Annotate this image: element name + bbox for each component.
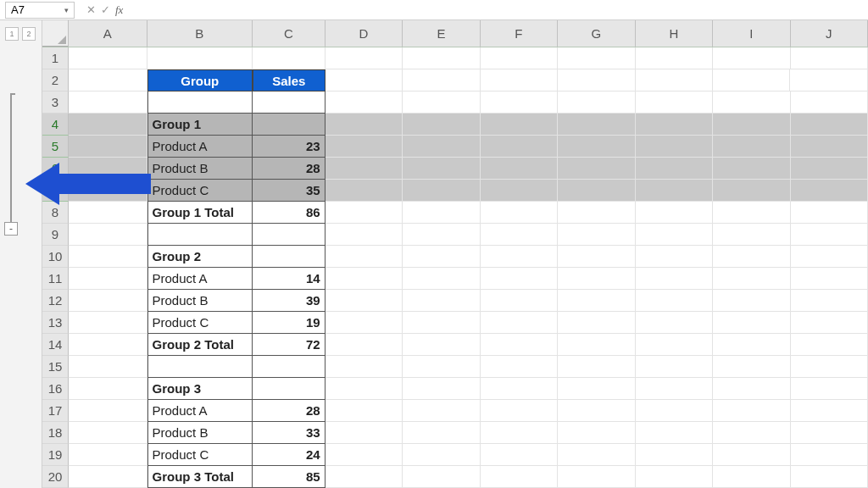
cell[interactable] — [481, 92, 558, 114]
cell[interactable] — [713, 92, 790, 114]
cell[interactable] — [481, 312, 558, 334]
cell[interactable] — [558, 92, 635, 114]
cell[interactable] — [636, 224, 713, 246]
cell[interactable] — [713, 422, 790, 444]
cell[interactable] — [69, 268, 147, 290]
cell[interactable] — [69, 466, 147, 488]
cell[interactable] — [326, 466, 403, 488]
cell[interactable] — [558, 378, 635, 400]
cell[interactable]: Group — [147, 69, 253, 92]
cell[interactable] — [713, 312, 790, 334]
cell[interactable] — [403, 92, 480, 114]
cell[interactable] — [69, 444, 147, 466]
cell[interactable]: 28 — [253, 400, 326, 422]
cell[interactable] — [403, 136, 480, 158]
cell[interactable] — [253, 246, 326, 268]
row-header[interactable]: 5 — [42, 136, 69, 158]
cell[interactable] — [481, 180, 558, 202]
column-header[interactable]: J — [791, 20, 868, 47]
cell[interactable] — [558, 202, 635, 224]
row-header[interactable]: 4 — [42, 114, 69, 136]
cell[interactable] — [481, 400, 558, 422]
cell[interactable] — [636, 47, 713, 69]
cell[interactable] — [253, 378, 326, 400]
cell[interactable] — [791, 334, 868, 356]
cell[interactable] — [636, 422, 713, 444]
cell[interactable] — [253, 47, 326, 69]
cell[interactable] — [713, 246, 790, 268]
cell[interactable] — [636, 312, 713, 334]
row-header[interactable]: 18 — [42, 422, 69, 444]
column-header[interactable]: H — [636, 20, 713, 47]
cell[interactable] — [69, 47, 147, 69]
fx-icon[interactable]: fx — [115, 3, 123, 17]
cell[interactable]: Group 1 — [147, 114, 253, 136]
cell[interactable] — [636, 202, 713, 224]
cell[interactable] — [713, 180, 790, 202]
cell[interactable] — [636, 466, 713, 488]
cell[interactable] — [253, 356, 326, 378]
cell[interactable] — [713, 69, 790, 92]
cell[interactable]: 14 — [253, 268, 326, 290]
cell[interactable] — [326, 312, 403, 334]
cell[interactable] — [481, 224, 558, 246]
cell[interactable] — [791, 378, 868, 400]
cell[interactable]: Group 2 Total — [147, 334, 253, 356]
cell[interactable] — [403, 158, 480, 180]
cell[interactable] — [481, 202, 558, 224]
cell[interactable] — [636, 92, 713, 114]
cell[interactable] — [403, 422, 480, 444]
cell[interactable] — [253, 92, 326, 114]
column-header[interactable]: E — [403, 20, 480, 47]
cell[interactable] — [326, 224, 403, 246]
cell[interactable] — [558, 290, 635, 312]
row-header[interactable]: 20 — [42, 466, 69, 488]
cell[interactable] — [69, 378, 147, 400]
cell[interactable] — [713, 400, 790, 422]
cell[interactable]: Product A — [147, 268, 253, 290]
cell[interactable] — [326, 69, 403, 92]
cell[interactable]: Group 3 Total — [147, 466, 253, 488]
cell[interactable]: Product B — [147, 290, 253, 312]
row-header[interactable]: 17 — [42, 400, 69, 422]
cell[interactable] — [326, 290, 403, 312]
cancel-icon[interactable]: ✕ — [86, 3, 96, 16]
cell[interactable] — [558, 466, 635, 488]
cell[interactable] — [69, 114, 147, 136]
cell[interactable]: Product A — [147, 136, 253, 158]
cell[interactable] — [69, 69, 147, 92]
row-header[interactable]: 8 — [42, 202, 69, 224]
row-header[interactable]: 13 — [42, 312, 69, 334]
cell[interactable] — [481, 444, 558, 466]
cell[interactable] — [326, 268, 403, 290]
cell[interactable] — [69, 202, 147, 224]
cell[interactable] — [791, 444, 868, 466]
chevron-down-icon[interactable]: ▾ — [64, 6, 69, 14]
cell[interactable] — [253, 224, 326, 246]
cell[interactable] — [713, 114, 790, 136]
row-header[interactable]: 10 — [42, 246, 69, 268]
column-header[interactable]: A — [69, 20, 147, 47]
cell[interactable] — [69, 312, 147, 334]
cell[interactable] — [791, 312, 868, 334]
cell[interactable] — [636, 69, 713, 92]
cell[interactable] — [636, 158, 713, 180]
cell[interactable] — [326, 158, 403, 180]
cell[interactable] — [558, 400, 635, 422]
cell[interactable] — [558, 224, 635, 246]
column-header[interactable]: I — [713, 20, 790, 47]
cell[interactable] — [69, 334, 147, 356]
cell[interactable] — [69, 400, 147, 422]
row-header[interactable]: 16 — [42, 378, 69, 400]
cell[interactable] — [481, 356, 558, 378]
cell[interactable] — [791, 114, 868, 136]
cell[interactable] — [69, 290, 147, 312]
cell[interactable]: 28 — [253, 158, 326, 180]
cell[interactable] — [403, 268, 480, 290]
cell[interactable] — [558, 312, 635, 334]
spreadsheet-grid[interactable]: 12GroupSales34Group 15Product A236Produc… — [42, 47, 868, 488]
cell[interactable] — [69, 356, 147, 378]
row-header[interactable]: 15 — [42, 356, 69, 378]
cell[interactable] — [403, 334, 480, 356]
cell[interactable] — [326, 202, 403, 224]
